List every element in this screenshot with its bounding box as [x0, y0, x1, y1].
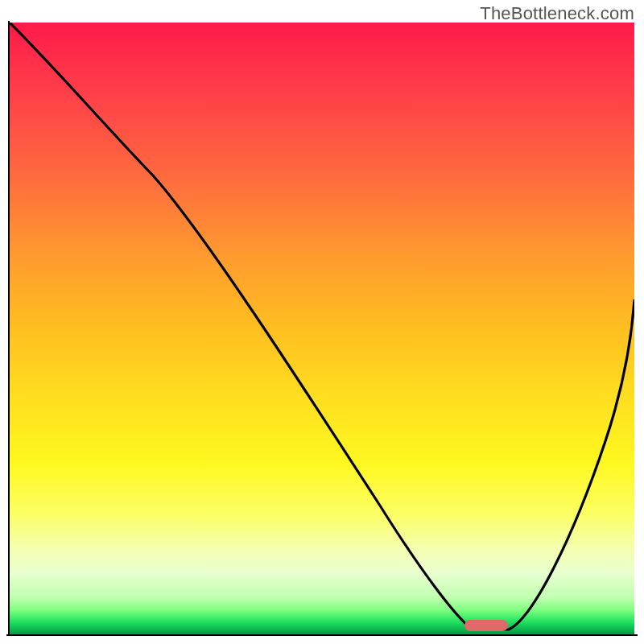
- y-axis: [8, 21, 10, 636]
- bottleneck-curve: [10, 23, 634, 634]
- optimal-marker: [464, 620, 508, 631]
- x-axis: [6, 634, 638, 636]
- plot-area: [10, 23, 634, 634]
- curve-path: [10, 23, 634, 630]
- watermark-text: TheBottleneck.com: [480, 3, 634, 24]
- chart-container: TheBottleneck.com: [0, 0, 644, 644]
